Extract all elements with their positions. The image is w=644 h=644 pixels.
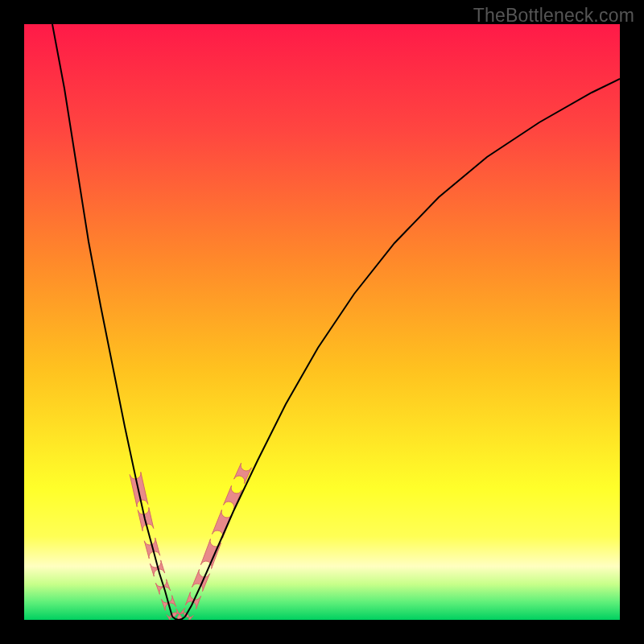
curve-left-branch xyxy=(52,24,172,617)
curve-layer xyxy=(24,24,620,620)
chart-frame: TheBottleneck.com xyxy=(0,0,644,644)
plot-area xyxy=(24,24,620,620)
watermark-text: TheBottleneck.com xyxy=(473,5,634,27)
highlight-segment xyxy=(213,510,233,538)
curve-right-branch xyxy=(185,79,620,617)
